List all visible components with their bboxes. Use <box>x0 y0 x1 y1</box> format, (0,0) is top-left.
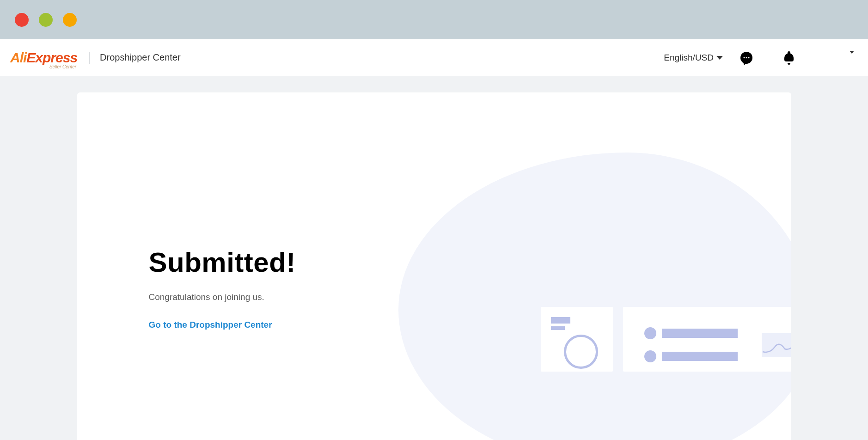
window-minimize-button[interactable] <box>39 13 53 27</box>
logo-text-ali: Ali <box>10 50 26 66</box>
confirmation-heading: Submitted! <box>149 246 296 278</box>
main-content-card: Submitted! Congratulations on joining us… <box>77 92 791 440</box>
window-maximize-button[interactable] <box>63 13 77 27</box>
logo-subtitle: Seller Center <box>49 64 76 69</box>
caret-down-icon <box>716 56 723 60</box>
chart-line-icon <box>762 333 791 357</box>
vertical-separator <box>89 52 90 64</box>
language-currency-switcher[interactable]: English/USD <box>664 53 723 63</box>
go-to-dropshipper-center-link[interactable]: Go to the Dropshipper Center <box>149 320 272 330</box>
window-close-button[interactable] <box>15 13 29 27</box>
logo-text-express: Express <box>26 50 77 66</box>
confirmation-text-block: Submitted! Congratulations on joining us… <box>149 246 296 330</box>
illustration-list-card <box>623 307 791 372</box>
notifications-icon[interactable] <box>784 52 794 63</box>
illustration-profile-card <box>541 307 613 372</box>
chat-icon[interactable] <box>740 52 752 64</box>
window-titlebar <box>0 0 868 39</box>
brand-logo[interactable]: AliExpress Seller Center <box>10 50 77 66</box>
page-title: Dropshipper Center <box>100 52 181 63</box>
language-label: English/USD <box>664 53 714 63</box>
user-menu-dropdown[interactable] <box>850 54 854 62</box>
app-header: AliExpress Seller Center Dropshipper Cen… <box>0 39 868 76</box>
caret-down-icon <box>850 51 854 61</box>
decorative-blob <box>398 153 791 440</box>
confirmation-subtext: Congratulations on joining us. <box>149 292 296 302</box>
